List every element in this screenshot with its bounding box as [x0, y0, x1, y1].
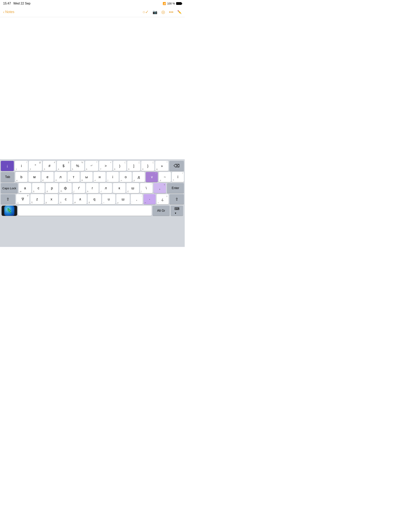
back-chevron-icon: ‹ — [3, 10, 5, 14]
key-o[interactable]: о∞ — [120, 172, 132, 182]
key-delete[interactable]: ⌫ — [169, 161, 184, 171]
key-c[interactable]: c© — [59, 194, 72, 204]
key-p[interactable]: рð — [45, 183, 58, 193]
key-y[interactable]: ы¥ — [81, 172, 93, 182]
altgr-label: Alt Gr — [157, 209, 165, 212]
check-circle-icon[interactable]: ○✓ — [143, 10, 149, 15]
key-lambda[interactable]: ∧₽ — [73, 194, 87, 204]
keyboard-row-0: ↓ !i1 @"2 ##3 $$4 %%5 ^^ˇ6 <>7 ()8 []9 {… — [1, 161, 184, 171]
key-ii[interactable]: і| — [107, 172, 119, 182]
note-area[interactable] — [0, 17, 185, 159]
key-q[interactable]: qß — [88, 194, 101, 204]
battery-percent: 100 % — [167, 2, 175, 5]
key-quote[interactable]: @"2 — [29, 161, 42, 171]
keyboard: ↓ !i1 @"2 ##3 $$4 %%5 ^^ˇ6 <>7 ()8 []9 {… — [0, 159, 185, 247]
key-f[interactable]: ф元 — [59, 183, 72, 193]
key-b[interactable]: ba — [15, 172, 27, 182]
status-time-date: 15:47 Wed 22 Sep — [3, 2, 30, 5]
keyboard-hide-icon: ⌨▼ — [174, 207, 180, 215]
key-z[interactable]: z¶ — [30, 194, 44, 204]
key-k[interactable]: к. — [113, 183, 125, 193]
chameleon-key[interactable]: 🦎 — [1, 206, 17, 216]
key-dollar[interactable]: $$4 — [57, 161, 70, 171]
key-a[interactable]: аæ — [19, 183, 31, 193]
toolbar: ‹ Notes ○✓ 📷 ◎ ••• ✏️ — [0, 7, 185, 17]
key-i[interactable]: !i1 — [15, 161, 28, 171]
key-caps-lock[interactable]: Caps Lock — [1, 183, 18, 193]
space-key[interactable] — [18, 206, 152, 216]
key-dot-special[interactable]: ··∞ — [144, 194, 155, 204]
key-s[interactable]: с§ — [32, 183, 45, 193]
key-tilde[interactable]: ~σ — [159, 172, 171, 182]
key-semicolon[interactable]: ;,' — [131, 194, 143, 204]
keyboard-row-1: Tab ba м. е€ л© т™ ы¥ н≠ і| о∞ дp ^ˇ∨ ~σ… — [1, 172, 184, 182]
key-v-special[interactable]: ^ˇ∨ — [146, 172, 158, 182]
key-g[interactable]: ґ∫ — [73, 183, 85, 193]
key-caret[interactable]: ^^ˇ6 — [85, 161, 98, 171]
status-bar: 15:47 Wed 22 Sep 📶 100 % — [0, 0, 185, 7]
battery-icon — [176, 2, 182, 5]
battery-fill — [176, 3, 181, 5]
wifi-icon: 📶 — [163, 2, 166, 5]
back-button[interactable]: ‹ Notes — [3, 10, 14, 14]
status-time: 15:47 — [3, 2, 11, 5]
key-percent[interactable]: %%5 — [71, 161, 84, 171]
key-tab[interactable]: Tab — [1, 172, 14, 182]
key-sh2[interactable]: шμ — [116, 194, 130, 204]
back-label: Notes — [5, 10, 14, 14]
key-ltgt[interactable]: <>7 — [99, 161, 112, 171]
key-brace[interactable]: {}0 — [141, 161, 154, 171]
key-sh[interactable]: ш£ — [126, 183, 139, 193]
navigate-icon[interactable]: ◎ — [161, 10, 165, 15]
key-hash[interactable]: ##3 — [43, 161, 56, 171]
key-backslash[interactable]: "\| — [140, 183, 153, 193]
key-l[interactable]: л© — [55, 172, 67, 182]
altgr-key[interactable]: Alt Gr — [153, 206, 170, 216]
status-right: 📶 100 % — [163, 2, 182, 5]
keyboard-bottom-row: 🦎 Alt Gr ⌨▼ — [1, 205, 184, 216]
camera-icon[interactable]: 📷 — [153, 10, 157, 14]
key-h[interactable]: гℏ — [86, 183, 99, 193]
key-arrow-down[interactable]: ↓ — [1, 161, 14, 171]
key-shift-right[interactable]: ⇧ — [169, 194, 184, 204]
key-i-dot[interactable]: *ї? — [172, 172, 184, 182]
key-e[interactable]: е€ — [41, 172, 54, 182]
key-guillemet[interactable]: *»& — [155, 161, 168, 171]
key-question-inverted[interactable]: ¿¿¬ — [157, 194, 168, 204]
key-x[interactable]: xþ — [45, 194, 58, 204]
key-d[interactable]: дp — [133, 172, 145, 182]
key-m[interactable]: м. — [28, 172, 40, 182]
key-parens[interactable]: ()8 — [113, 161, 126, 171]
key-bracket[interactable]: []9 — [127, 161, 140, 171]
key-j[interactable]: л√ — [100, 183, 112, 193]
keyboard-row-3: ⇧ ∇∇△ z¶ xþ c© ∧₽ qß u∩ шμ ;,' ··∞ ¿¿¬ ⇧ — [1, 194, 184, 204]
key-enter[interactable]: Enter — [167, 183, 184, 193]
keyboard-row-2: Caps Lock аæ с§ рð ф元 ґ∫ гℏ л√ к. ш£ "\|… — [1, 183, 184, 193]
key-t[interactable]: т™ — [68, 172, 80, 182]
more-icon[interactable]: ••• — [169, 10, 174, 15]
key-comma-special[interactable]: ¤, — [154, 183, 166, 193]
keyboard-hide-key[interactable]: ⌨▼ — [171, 206, 183, 216]
toolbar-actions: ○✓ 📷 ◎ ••• ✏️ — [143, 10, 182, 15]
key-n[interactable]: н≠ — [94, 172, 106, 182]
edit-icon[interactable]: ✏️ — [177, 10, 182, 14]
status-date: Wed 22 Sep — [13, 2, 31, 5]
key-u[interactable]: u∩ — [102, 194, 116, 204]
chameleon-logo: 🦎 — [4, 206, 14, 216]
key-nabla[interactable]: ∇∇△ — [16, 194, 30, 204]
key-shift-left[interactable]: ⇧ — [1, 194, 15, 204]
